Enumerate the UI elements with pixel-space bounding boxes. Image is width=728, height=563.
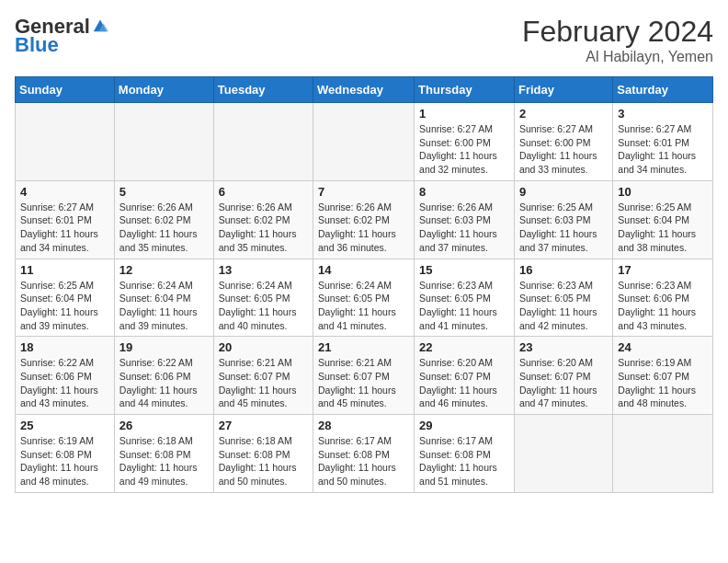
logo-icon [92,17,108,33]
day-info: Sunrise: 6:26 AMSunset: 6:03 PMDaylight:… [419,201,509,255]
day-info: Sunrise: 6:18 AMSunset: 6:08 PMDaylight:… [219,434,308,488]
calendar-cell: 9Sunrise: 6:25 AMSunset: 6:03 PMDaylight… [514,180,612,259]
header-saturday: Saturday [613,77,713,103]
calendar-cell: 25Sunrise: 6:19 AMSunset: 6:08 PMDayligh… [16,415,115,493]
day-number: 11 [20,263,109,277]
week-row-1: 4Sunrise: 6:27 AMSunset: 6:01 PMDaylight… [16,180,713,259]
header-tuesday: Tuesday [213,77,313,103]
day-number: 8 [419,185,509,199]
header-monday: Monday [114,77,213,103]
calendar-cell [313,103,415,181]
day-info: Sunrise: 6:23 AMSunset: 6:05 PMDaylight:… [519,279,608,333]
day-number: 16 [519,263,608,277]
day-number: 27 [219,419,308,432]
day-info: Sunrise: 6:19 AMSunset: 6:07 PMDaylight:… [618,356,708,410]
calendar-cell: 6Sunrise: 6:26 AMSunset: 6:02 PMDaylight… [213,180,313,259]
day-info: Sunrise: 6:21 AMSunset: 6:07 PMDaylight:… [318,356,409,410]
calendar-cell: 15Sunrise: 6:23 AMSunset: 6:05 PMDayligh… [415,259,515,337]
month-year-title: February 2024 [522,15,713,49]
day-info: Sunrise: 6:25 AMSunset: 6:04 PMDaylight:… [20,279,109,333]
day-number: 26 [119,419,209,432]
day-number: 20 [219,340,308,354]
location-subtitle: Al Habilayn, Yemen [522,49,713,65]
calendar-cell: 22Sunrise: 6:20 AMSunset: 6:07 PMDayligh… [415,337,515,415]
day-info: Sunrise: 6:27 AMSunset: 6:01 PMDaylight:… [618,122,708,177]
day-info: Sunrise: 6:24 AMSunset: 6:04 PMDaylight:… [119,279,209,333]
day-number: 9 [519,185,608,199]
day-number: 28 [318,419,409,432]
calendar-cell: 3Sunrise: 6:27 AMSunset: 6:01 PMDaylight… [613,103,713,181]
calendar-cell: 19Sunrise: 6:22 AMSunset: 6:06 PMDayligh… [114,337,213,415]
logo: General Blue [15,15,108,57]
calendar-cell: 5Sunrise: 6:26 AMSunset: 6:02 PMDaylight… [114,180,213,259]
calendar-cell: 7Sunrise: 6:26 AMSunset: 6:02 PMDaylight… [313,180,415,259]
day-number: 29 [419,419,509,432]
day-info: Sunrise: 6:22 AMSunset: 6:06 PMDaylight:… [20,356,109,410]
day-number: 14 [318,263,409,277]
calendar-table: SundayMondayTuesdayWednesdayThursdayFrid… [15,76,713,493]
day-info: Sunrise: 6:24 AMSunset: 6:05 PMDaylight:… [318,279,409,333]
title-block: February 2024 Al Habilayn, Yemen [522,15,713,65]
day-number: 24 [618,340,708,354]
calendar-cell: 16Sunrise: 6:23 AMSunset: 6:05 PMDayligh… [514,259,612,337]
week-row-0: 1Sunrise: 6:27 AMSunset: 6:00 PMDaylight… [16,103,713,181]
calendar-cell [16,103,115,181]
calendar-cell: 11Sunrise: 6:25 AMSunset: 6:04 PMDayligh… [16,259,115,337]
header-wednesday: Wednesday [313,77,415,103]
day-info: Sunrise: 6:20 AMSunset: 6:07 PMDaylight:… [519,356,608,410]
calendar-cell: 1Sunrise: 6:27 AMSunset: 6:00 PMDaylight… [415,103,515,181]
day-info: Sunrise: 6:26 AMSunset: 6:02 PMDaylight:… [318,201,409,255]
day-info: Sunrise: 6:23 AMSunset: 6:05 PMDaylight:… [419,279,509,333]
calendar-cell: 24Sunrise: 6:19 AMSunset: 6:07 PMDayligh… [613,337,713,415]
calendar-cell: 8Sunrise: 6:26 AMSunset: 6:03 PMDaylight… [415,180,515,259]
logo-blue-text: Blue [15,33,59,57]
calendar-cell: 14Sunrise: 6:24 AMSunset: 6:05 PMDayligh… [313,259,415,337]
day-number: 22 [419,340,509,354]
day-number: 2 [519,107,608,121]
day-info: Sunrise: 6:27 AMSunset: 6:01 PMDaylight:… [20,201,109,255]
day-info: Sunrise: 6:27 AMSunset: 6:00 PMDaylight:… [519,122,608,177]
week-row-3: 18Sunrise: 6:22 AMSunset: 6:06 PMDayligh… [16,337,713,415]
calendar-header: SundayMondayTuesdayWednesdayThursdayFrid… [16,77,713,103]
header-thursday: Thursday [415,77,515,103]
day-info: Sunrise: 6:24 AMSunset: 6:05 PMDaylight:… [219,279,308,333]
day-number: 13 [219,263,308,277]
day-number: 6 [219,185,308,199]
day-info: Sunrise: 6:20 AMSunset: 6:07 PMDaylight:… [419,356,509,410]
calendar-cell [514,415,612,493]
day-number: 21 [318,340,409,354]
day-number: 12 [119,263,209,277]
day-info: Sunrise: 6:25 AMSunset: 6:04 PMDaylight:… [618,201,708,255]
day-number: 17 [618,263,708,277]
day-number: 1 [419,107,509,121]
day-number: 25 [20,419,109,432]
page-header: General Blue February 2024 Al Habilayn, … [15,15,713,65]
week-row-2: 11Sunrise: 6:25 AMSunset: 6:04 PMDayligh… [16,259,713,337]
week-row-4: 25Sunrise: 6:19 AMSunset: 6:08 PMDayligh… [16,415,713,493]
calendar-cell: 28Sunrise: 6:17 AMSunset: 6:08 PMDayligh… [313,415,415,493]
day-number: 4 [20,185,109,199]
day-info: Sunrise: 6:18 AMSunset: 6:08 PMDaylight:… [119,434,209,488]
calendar-cell [213,103,313,181]
calendar-cell: 13Sunrise: 6:24 AMSunset: 6:05 PMDayligh… [213,259,313,337]
day-info: Sunrise: 6:25 AMSunset: 6:03 PMDaylight:… [519,201,608,255]
day-info: Sunrise: 6:26 AMSunset: 6:02 PMDaylight:… [219,201,308,255]
calendar-cell: 12Sunrise: 6:24 AMSunset: 6:04 PMDayligh… [114,259,213,337]
calendar-cell: 27Sunrise: 6:18 AMSunset: 6:08 PMDayligh… [213,415,313,493]
header-friday: Friday [514,77,612,103]
calendar-cell: 18Sunrise: 6:22 AMSunset: 6:06 PMDayligh… [16,337,115,415]
day-number: 23 [519,340,608,354]
day-info: Sunrise: 6:17 AMSunset: 6:08 PMDaylight:… [318,434,409,488]
calendar-cell [613,415,713,493]
day-info: Sunrise: 6:19 AMSunset: 6:08 PMDaylight:… [20,434,109,488]
day-info: Sunrise: 6:17 AMSunset: 6:08 PMDaylight:… [419,434,509,488]
day-info: Sunrise: 6:27 AMSunset: 6:00 PMDaylight:… [419,122,509,177]
day-number: 19 [119,340,209,354]
calendar-cell: 10Sunrise: 6:25 AMSunset: 6:04 PMDayligh… [613,180,713,259]
day-number: 15 [419,263,509,277]
day-info: Sunrise: 6:23 AMSunset: 6:06 PMDaylight:… [618,279,708,333]
day-info: Sunrise: 6:26 AMSunset: 6:02 PMDaylight:… [119,201,209,255]
calendar-cell: 29Sunrise: 6:17 AMSunset: 6:08 PMDayligh… [415,415,515,493]
calendar-cell [114,103,213,181]
day-number: 18 [20,340,109,354]
